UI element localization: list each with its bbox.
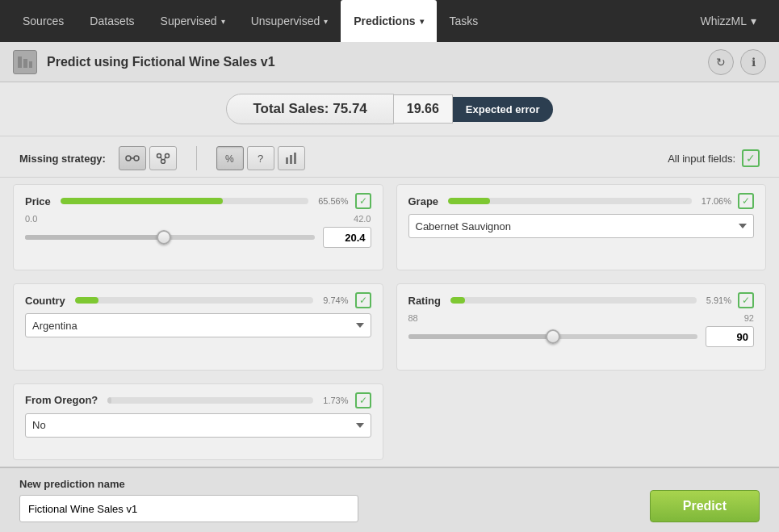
importance-pct: 5.91% bbox=[706, 295, 731, 305]
svg-point-3 bbox=[126, 156, 131, 161]
field-value-input[interactable] bbox=[706, 326, 754, 347]
svg-rect-1 bbox=[23, 59, 27, 68]
svg-rect-14 bbox=[290, 155, 292, 164]
select-wrapper: ArgentinaFranceItalySpainUSA bbox=[25, 313, 371, 337]
range-min: 0.0 bbox=[25, 214, 37, 224]
field-checkbox[interactable]: ✓ bbox=[355, 193, 371, 209]
svg-text:?: ? bbox=[258, 153, 263, 165]
svg-rect-2 bbox=[29, 61, 32, 68]
prediction-name-label: New prediction name bbox=[19, 478, 637, 490]
predict-button[interactable]: Predict bbox=[650, 490, 760, 522]
nav-sources-label: Sources bbox=[23, 15, 64, 27]
icon-btn-question[interactable]: ? bbox=[247, 146, 274, 170]
nav-predictions[interactable]: Predictions ▾ bbox=[341, 0, 436, 42]
nav-sources[interactable]: Sources bbox=[10, 0, 77, 42]
svg-point-8 bbox=[161, 160, 165, 164]
header-bar: Predict using Fictional Wine Sales v1 ↻ … bbox=[0, 42, 779, 82]
field-name: Grape bbox=[408, 195, 439, 207]
field-range: 88 92 bbox=[408, 313, 755, 323]
field-name: Rating bbox=[408, 295, 441, 307]
svg-line-9 bbox=[161, 157, 162, 161]
slider-fill bbox=[25, 235, 164, 240]
chevron-down-icon: ▾ bbox=[221, 17, 225, 26]
nav-supervised[interactable]: Supervised ▾ bbox=[148, 0, 238, 42]
importance-bar bbox=[450, 297, 465, 304]
field-card-country: Country 9.74% ✓ ArgentinaFranceItalySpai… bbox=[13, 283, 383, 370]
field-select[interactable]: NoYes bbox=[25, 413, 371, 438]
slider-thumb[interactable] bbox=[157, 230, 171, 245]
field-range: 0.0 42.0 bbox=[25, 214, 371, 224]
all-input-fields-label: All input fields: bbox=[668, 153, 735, 165]
field-select[interactable]: Cabernet SauvignonMerlotPinot NoirChardo… bbox=[408, 214, 755, 238]
divider bbox=[196, 146, 197, 170]
field-header: Grape 17.06% ✓ bbox=[408, 193, 755, 209]
svg-rect-15 bbox=[294, 153, 296, 164]
field-select[interactable]: ArgentinaFranceItalySpainUSA bbox=[25, 313, 371, 337]
svg-rect-0 bbox=[18, 57, 22, 68]
field-checkbox[interactable]: ✓ bbox=[355, 392, 371, 408]
chevron-down-icon: ▾ bbox=[751, 15, 756, 27]
select-wrapper: Cabernet SauvignonMerlotPinot NoirChardo… bbox=[408, 214, 755, 238]
nav-supervised-label: Supervised bbox=[161, 15, 217, 27]
range-max: 92 bbox=[744, 313, 754, 323]
importance-bar bbox=[107, 397, 111, 404]
info-button[interactable]: ℹ bbox=[740, 49, 766, 75]
whizzml-label: WhizzML bbox=[700, 15, 747, 27]
icon-btn-chart[interactable] bbox=[278, 146, 305, 170]
refresh-button[interactable]: ↻ bbox=[708, 49, 734, 75]
icon-group: % ? bbox=[216, 146, 305, 170]
importance-bar-container bbox=[75, 297, 313, 304]
slider-thumb[interactable] bbox=[546, 329, 560, 344]
importance-bar-container bbox=[450, 297, 697, 304]
strategy-btn-1[interactable] bbox=[119, 146, 146, 170]
strategy-buttons bbox=[119, 146, 177, 170]
select-wrapper: NoYes bbox=[25, 413, 371, 438]
all-input-fields-checkbox[interactable]: ✓ bbox=[742, 149, 760, 167]
prediction-value: Total Sales: 75.74 bbox=[226, 94, 393, 124]
importance-pct: 65.56% bbox=[318, 196, 348, 206]
importance-bar-container bbox=[448, 198, 692, 204]
strategy-btn-2[interactable] bbox=[149, 146, 177, 170]
model-icon bbox=[13, 50, 37, 74]
svg-rect-13 bbox=[286, 157, 288, 164]
field-checkbox[interactable]: ✓ bbox=[738, 193, 754, 209]
svg-text:%: % bbox=[225, 153, 234, 165]
field-name: Country bbox=[25, 295, 65, 307]
field-header: Country 9.74% ✓ bbox=[25, 292, 371, 308]
top-navigation: Sources Datasets Supervised ▾ Unsupervis… bbox=[0, 0, 779, 42]
whizzml-menu[interactable]: WhizzML ▾ bbox=[687, 15, 769, 27]
field-name: Price bbox=[25, 195, 51, 207]
nav-unsupervised-label: Unsupervised bbox=[251, 15, 320, 27]
importance-bar bbox=[61, 198, 224, 204]
bottom-bar: New prediction name Predict bbox=[0, 467, 779, 532]
field-header: Price 65.56% ✓ bbox=[25, 193, 371, 209]
icon-btn-percent[interactable]: % bbox=[216, 146, 244, 170]
fields-grid: Price 65.56% ✓ 0.0 42.0 bbox=[0, 178, 779, 467]
field-card-price: Price 65.56% ✓ 0.0 42.0 bbox=[13, 184, 383, 270]
prediction-result-bar: Total Sales: 75.74 19.66 Expected error bbox=[0, 82, 779, 136]
field-header: Rating 5.91% ✓ bbox=[408, 292, 755, 308]
chevron-down-icon: ▾ bbox=[420, 17, 424, 26]
range-max: 42.0 bbox=[354, 214, 371, 224]
field-value-input[interactable] bbox=[323, 227, 371, 248]
chevron-down-icon: ▾ bbox=[324, 17, 328, 26]
all-input-fields-section: All input fields: ✓ bbox=[668, 149, 760, 167]
svg-line-10 bbox=[164, 157, 165, 161]
importance-pct: 9.74% bbox=[323, 295, 348, 305]
nav-datasets[interactable]: Datasets bbox=[77, 0, 147, 42]
nav-tasks[interactable]: Tasks bbox=[437, 0, 492, 42]
field-card-from-oregon-: From Oregon? 1.73% ✓ NoYes bbox=[13, 383, 383, 460]
importance-bar bbox=[75, 297, 98, 304]
nav-tasks-label: Tasks bbox=[450, 15, 479, 27]
prediction-name-input[interactable] bbox=[19, 495, 358, 522]
nav-unsupervised[interactable]: Unsupervised ▾ bbox=[238, 0, 341, 42]
slider-fill bbox=[408, 334, 553, 339]
field-checkbox[interactable]: ✓ bbox=[738, 292, 754, 308]
slider-container bbox=[408, 334, 698, 339]
header-actions: ↻ ℹ bbox=[708, 49, 766, 75]
controls-section: Missing strategy: bbox=[0, 136, 779, 178]
importance-bar-container bbox=[107, 397, 313, 404]
field-name: From Oregon? bbox=[25, 394, 98, 406]
field-checkbox[interactable]: ✓ bbox=[355, 292, 371, 308]
nav-datasets-label: Datasets bbox=[90, 15, 134, 27]
